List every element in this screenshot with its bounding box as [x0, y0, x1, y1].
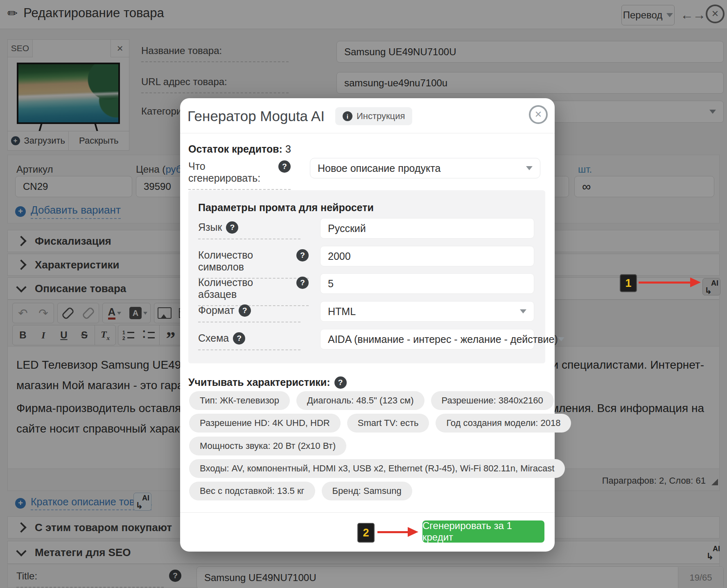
help-icon[interactable]: ? [278, 160, 291, 173]
tag-row-1: Тип: ЖК-телевизор Диагональ: 48.5" (123 … [189, 391, 554, 410]
field-format-select[interactable]: HTML [320, 301, 534, 322]
characteristic-tag: Тип: ЖК-телевизор [189, 391, 290, 410]
what-generate-select[interactable]: Новое описание продукта [310, 158, 540, 178]
credits-value: 3 [285, 143, 291, 155]
help-icon[interactable]: ? [233, 332, 245, 345]
help-icon[interactable]: ? [296, 277, 309, 289]
annotation-arrow-1 [639, 282, 690, 284]
characteristic-tag: Мощность звука: 20 Вт (2x10 Вт) [189, 437, 346, 455]
app-screen: ✏ Редактирование товара Перевод ← → ✕ SE… [0, 0, 727, 588]
characteristic-tag: Год создания модели: 2018 [436, 414, 571, 433]
annotation-arrowhead-1 [690, 277, 701, 287]
tag-row-3: Мощность звука: 20 Вт (2x10 Вт) [189, 437, 346, 455]
help-icon[interactable]: ? [296, 249, 309, 261]
characteristic-tag: Smart TV: есть [347, 414, 429, 433]
characteristic-tag: Разрешение HD: 4K UHD, HDR [189, 414, 341, 433]
characteristic-tag: Диагональ: 48.5" (123 см) [296, 391, 424, 410]
tag-row-4: Входы: AV, компонентный, HDMI x3, USB x2… [189, 459, 565, 478]
what-generate-label: Что сгенерировать: ? [188, 160, 291, 190]
modal-close-button[interactable]: ✕ [529, 105, 548, 124]
help-icon[interactable]: ? [226, 221, 238, 234]
chevron-down-icon [558, 337, 564, 341]
characteristic-tag: Вес с подставкой: 13.5 кг [189, 482, 315, 500]
tag-row-2: Разрешение HD: 4K UHD, HDR Smart TV: ест… [189, 414, 571, 433]
annotation-arrowhead-2 [408, 527, 418, 537]
annotation-arrow-2 [377, 531, 408, 533]
field-language-input[interactable]: Русский [320, 218, 534, 239]
credits-line: Остаток кредитов: 3 [188, 143, 291, 155]
help-icon[interactable]: ? [239, 304, 251, 317]
characteristic-tag: Разрешение: 3840x2160 [431, 391, 554, 410]
instruction-badge[interactable]: i Инструкция [335, 107, 412, 125]
prompt-panel-title: Параметры промта для нейросети [198, 202, 374, 214]
generate-button[interactable]: Сгенерировать за 1 кредит [422, 520, 544, 543]
field-format-label: Формат? [198, 304, 300, 322]
consider-label: Учитывать характеристики: ? [188, 376, 347, 389]
modal-header-divider [180, 133, 555, 133]
modal-header: Генератор Moguta AI i Инструкция [187, 107, 412, 125]
field-scheme-select[interactable]: AIDA (внимание - интерес - желание - дей… [320, 329, 534, 349]
field-symbols-label: Количество символов? [198, 249, 309, 279]
annotation-step-2: 2 [357, 523, 375, 543]
help-icon[interactable]: ? [334, 376, 347, 389]
characteristic-tag: Бренд: Samsung [322, 482, 412, 500]
field-language-label: Язык? [198, 221, 300, 239]
instruction-label: Инструкция [357, 111, 405, 122]
modal-title: Генератор Moguta AI [187, 108, 325, 124]
prompt-panel: Параметры промта для нейросети Язык? Рус… [188, 190, 545, 363]
field-symbols-input[interactable]: 2000 [320, 246, 534, 266]
field-scheme-label: Схема? [198, 332, 300, 350]
field-paragraphs-label: Количество абзацев? [198, 277, 309, 306]
field-paragraphs-input[interactable]: 5 [320, 273, 534, 294]
close-icon: ✕ [535, 109, 542, 120]
annotation-step-1: 1 [620, 274, 637, 292]
chevron-down-icon [526, 166, 533, 170]
tag-row-5: Вес с подставкой: 13.5 кг Бренд: Samsung [189, 482, 412, 500]
info-icon: i [343, 111, 352, 121]
modal-footer-divider [180, 512, 555, 513]
characteristic-tag: Входы: AV, компонентный, HDMI x3, USB x2… [189, 459, 565, 478]
ai-generator-modal: Генератор Moguta AI i Инструкция ✕ Остат… [180, 98, 555, 552]
generate-button-label: Сгенерировать за 1 кредит [422, 520, 544, 543]
credits-label: Остаток кредитов: [188, 143, 282, 155]
chevron-down-icon [520, 309, 526, 313]
